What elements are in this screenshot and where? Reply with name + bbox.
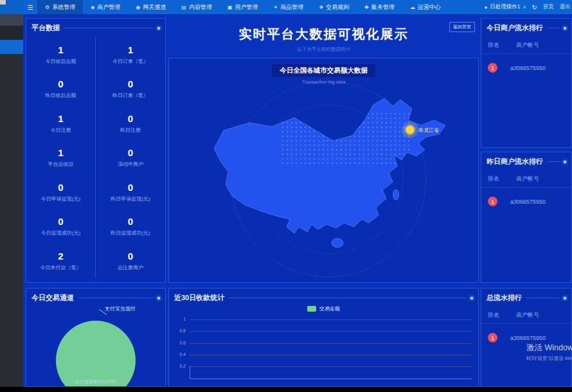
nav-item-gateway[interactable]: ◉ 网关通道 (128, 0, 174, 14)
nav-right-cluster: ● 日处理操作1 ∧ ↻ 首页 退出 (484, 0, 571, 14)
y-tick: 0.4 (173, 355, 472, 361)
nav-item-user[interactable]: ▣ 用户管理 (220, 0, 266, 14)
taiwan-island (393, 190, 399, 200)
pie-caption: 支付宝当面付(100%) (26, 379, 165, 385)
nav-item-merchant[interactable]: ◈ 商户管理 (83, 0, 128, 14)
merchant-account-link[interactable]: a3066575950 (510, 199, 546, 205)
stat-cell: 1今日收款总额 (26, 37, 96, 72)
panel-title: 今日商户流水排行 (487, 23, 543, 33)
page-subtitle: 以下为平台实时数据统计 (168, 46, 479, 53)
panel-title: 总流水排行 (487, 293, 522, 303)
account-dropdown[interactable]: ● 日处理操作1 ∧ (484, 3, 526, 11)
nav-item-content[interactable]: ▤ 内容管理 (174, 0, 220, 14)
map-marker (406, 126, 415, 134)
chart-legend[interactable]: 交易金额 (169, 305, 478, 312)
nav-item-operations[interactable]: ☁ 运营中心 (402, 0, 449, 14)
collections-30d-panel: 近30日收款统计 交易金额 1 0.8 0.6 0.4 0.2 (168, 288, 479, 387)
operations-icon: ☁ (410, 4, 415, 10)
nav-item-label: 交易规则 (326, 3, 349, 12)
nav-item-label: 商户管理 (97, 3, 120, 12)
nav-item-finance[interactable]: ✚ 账务管理 (357, 0, 402, 14)
header-line (228, 298, 467, 298)
header-dot (564, 297, 566, 299)
y-tick: 0.8 (173, 331, 472, 337)
stat-cell: 1今日订单（笔） (96, 37, 165, 72)
y-tick: 0.2 (173, 366, 472, 373)
col-rank: 排名 (488, 175, 499, 183)
table-header: 排名 商户帐号 (481, 170, 571, 188)
y-axis (190, 366, 190, 379)
top-nav: ☰ ⚙ 系统管理 ◈ 商户管理 ◉ 网关通道 ▤ 内容管理 ▣ 用户管理 ✦ 商… (23, 0, 572, 14)
dashboard-screen: ☰ ⚙ 系统管理 ◈ 商户管理 ◉ 网关通道 ▤ 内容管理 ▣ 用户管理 ✦ 商… (0, 0, 572, 392)
merchant-account-link[interactable]: a3066575950 (510, 65, 546, 71)
nav-item-label: 内容管理 (189, 3, 212, 12)
avatar-icon: ● (484, 4, 487, 10)
stat-cell: 1平台总收款 (26, 141, 96, 175)
window-list-item-active[interactable] (0, 40, 23, 54)
nav-item-product[interactable]: ✦ 商品管理 (265, 0, 311, 14)
refresh-icon[interactable]: ↻ (532, 4, 537, 11)
finance-icon: ✚ (364, 4, 369, 10)
menu-icon[interactable]: ☰ (23, 0, 37, 14)
panel-header: 昨日商户流水排行 (481, 152, 571, 170)
header-dot (157, 297, 160, 299)
today-flow-ranking-panel: 今日商户流水排行 排名 商户帐号 1 a3066575950 (481, 18, 572, 148)
panel-header: 近30日收款统计 (169, 289, 478, 306)
y-tick: 1 (173, 319, 472, 326)
user-icon: ▣ (228, 4, 233, 10)
header-dot (157, 27, 160, 30)
account-name: 日处理操作1 (490, 3, 520, 11)
home-link[interactable]: 首页 (543, 3, 554, 11)
nav-item-label: 账务管理 (371, 3, 395, 12)
stat-cell: 0昨日注册 (96, 106, 165, 141)
stat-cell: 0昨日收款总额 (26, 72, 96, 107)
y-tick: 0.6 (173, 343, 472, 350)
gateway-icon: ◉ (136, 4, 140, 10)
col-account: 商户帐号 (516, 311, 539, 319)
x-axis (190, 379, 472, 379)
stat-cell: 0昨日申请提现(元) (96, 175, 165, 209)
rules-icon: ❖ (319, 4, 323, 10)
nav-item-system[interactable]: ⚙ 系统管理 (37, 0, 83, 14)
table-header: 排名 商户帐号 (481, 36, 571, 54)
panel-title: 近30日收款统计 (174, 293, 224, 303)
panel-header: 总流水排行 (481, 289, 571, 306)
col-account: 商户帐号 (516, 175, 539, 183)
merchant-icon: ◈ (91, 4, 94, 10)
stat-cell: 0今日申请提现(元) (26, 175, 96, 209)
total-flow-ranking-panel: 总流水排行 排名 商户帐号 1 a3066575950 激活 Windows 转… (481, 288, 572, 387)
window-list-item (0, 14, 23, 26)
caret-up-icon: ∧ (523, 4, 526, 10)
grid-line (190, 366, 472, 367)
page-title: 实时平台大数据可视化展示 (168, 26, 479, 43)
merchant-account-link[interactable]: a3066575950 (510, 335, 546, 341)
table-row: 1 a3066575950 (481, 54, 571, 82)
china-outline (214, 98, 445, 233)
stat-cell: 0今日提现成功(元) (26, 209, 96, 244)
header-dot (470, 297, 473, 299)
pie-chart (56, 321, 136, 387)
left-window-strip (0, 0, 23, 392)
hainan-island (332, 238, 343, 247)
stat-cell: 0昨日订单（笔） (96, 72, 165, 107)
panel-header: 平台数据 (26, 19, 165, 36)
map-marker-label: 黑龙江省 (418, 127, 439, 133)
header-dot (564, 161, 566, 163)
back-home-button[interactable]: 返回首页 (449, 22, 475, 32)
panel-header: 今日交易通道 (26, 289, 165, 306)
rank-badge: 1 (488, 333, 497, 343)
logout-link[interactable]: 退出 (560, 3, 571, 11)
header-line (526, 298, 560, 298)
stat-cell: 0冻结中商户 (96, 141, 165, 175)
legend-swatch (307, 306, 316, 312)
today-channel-panel: 今日交易通道 支付宝当面付 支付宝当面付(100%) (26, 288, 166, 387)
table-row: 1 a3066575950 (481, 324, 571, 352)
stat-cell: 1今日注册 (26, 106, 96, 141)
col-account: 商户帐号 (516, 41, 539, 49)
legend-label: 交易金额 (319, 305, 340, 312)
panel-title: 平台数据 (31, 23, 60, 33)
col-rank: 排名 (488, 41, 499, 49)
nav-item-trade-rules[interactable]: ❖ 交易规则 (311, 0, 357, 14)
nav-item-label: 用户管理 (235, 3, 258, 12)
yesterday-flow-ranking-panel: 昨日商户流水排行 排名 商户帐号 1 a3066575950 (481, 152, 572, 283)
